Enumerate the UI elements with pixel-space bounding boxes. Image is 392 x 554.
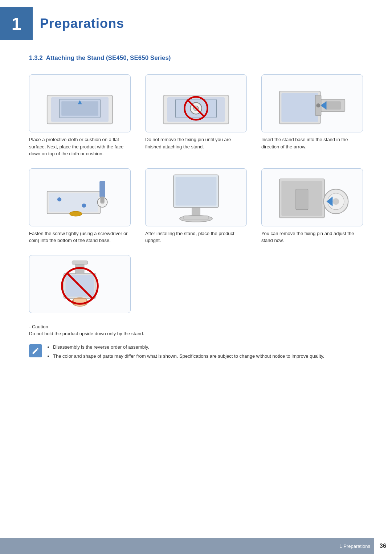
footer-section-label: 1 Preparations (339, 543, 370, 549)
svg-rect-35 (296, 189, 308, 209)
svg-rect-20 (49, 193, 98, 212)
svg-rect-15 (324, 101, 341, 110)
svg-rect-13 (281, 93, 318, 122)
content-area: 1.3.2 Attaching the Stand (SE450, SE650 … (0, 54, 392, 362)
note-item-1: Disassembly is the reverse order of asse… (53, 344, 324, 351)
note-item-2: The color and shape of parts may differ … (53, 353, 324, 360)
image-caption-3: Insert the stand base into the stand in … (261, 136, 363, 150)
note-bullets: Disassembly is the reverse order of asse… (47, 344, 324, 362)
svg-rect-29 (176, 177, 217, 205)
chapter-title: Preparations (40, 16, 124, 31)
image-caption-4: Fasten the screw tightly (using a screwd… (29, 230, 131, 244)
svg-rect-32 (184, 216, 208, 219)
svg-rect-30 (192, 208, 200, 216)
spacer-col-2 (145, 255, 247, 317)
section-number: 1.3.2 (29, 54, 43, 61)
svg-rect-24 (100, 196, 104, 202)
image-caption-5: After installing the stand, place the pr… (145, 230, 247, 244)
note-icon (29, 344, 42, 357)
svg-rect-23 (99, 181, 105, 197)
image-caption-6: You can remove the fixing pin and adjust… (261, 230, 363, 244)
page-footer: 1 Preparations 36 (0, 538, 392, 554)
image-grid-top: Place a protective cloth or cushion on a… (29, 74, 363, 244)
svg-point-38 (332, 198, 339, 205)
image-caption-1: Place a protective cloth or cushion on a… (29, 136, 131, 157)
note-section: Disassembly is the reverse order of asse… (29, 344, 363, 362)
image-cell-3: Insert the stand base into the stand in … (261, 74, 363, 157)
image-cell-6: You can remove the fixing pin and adjust… (261, 168, 363, 244)
image-cell-4: Fasten the screw tightly (using a screwd… (29, 168, 131, 244)
page-header: 1 Preparations (0, 0, 392, 44)
svg-point-27 (82, 203, 86, 207)
caution-note: Do not hold the product upside down only… (29, 331, 363, 336)
image-box-7 (29, 255, 131, 313)
image-caption-2: Do not remove the fixing pin until you a… (145, 136, 247, 150)
image-box-6 (261, 168, 363, 226)
image-grid-bottom (29, 255, 363, 317)
image-box-1 (29, 74, 131, 132)
image-box-4 (29, 168, 131, 226)
image-box-5 (145, 168, 247, 226)
pencil-icon (32, 347, 40, 355)
spacer-col-3 (261, 255, 363, 317)
section-title: Attaching the Stand (SE450, SE650 Series… (46, 54, 171, 61)
svg-point-25 (70, 211, 82, 216)
footer-page-number: 36 (374, 538, 392, 554)
image-box-3 (261, 74, 363, 132)
chapter-number: 1 (12, 14, 21, 34)
svg-rect-43 (72, 260, 87, 264)
section-heading: 1.3.2 Attaching the Stand (SE450, SE650 … (29, 54, 363, 63)
svg-point-18 (316, 103, 320, 107)
image-cell-7 (29, 255, 131, 317)
caution-label: - Caution (29, 324, 363, 329)
chapter-block: 1 (0, 7, 33, 40)
svg-point-26 (57, 197, 61, 201)
image-cell-2: Do not remove the fixing pin until you a… (145, 74, 247, 157)
image-box-2 (145, 74, 247, 132)
image-cell-1: Place a protective cloth or cushion on a… (29, 74, 131, 157)
image-cell-5: After installing the stand, place the pr… (145, 168, 247, 244)
